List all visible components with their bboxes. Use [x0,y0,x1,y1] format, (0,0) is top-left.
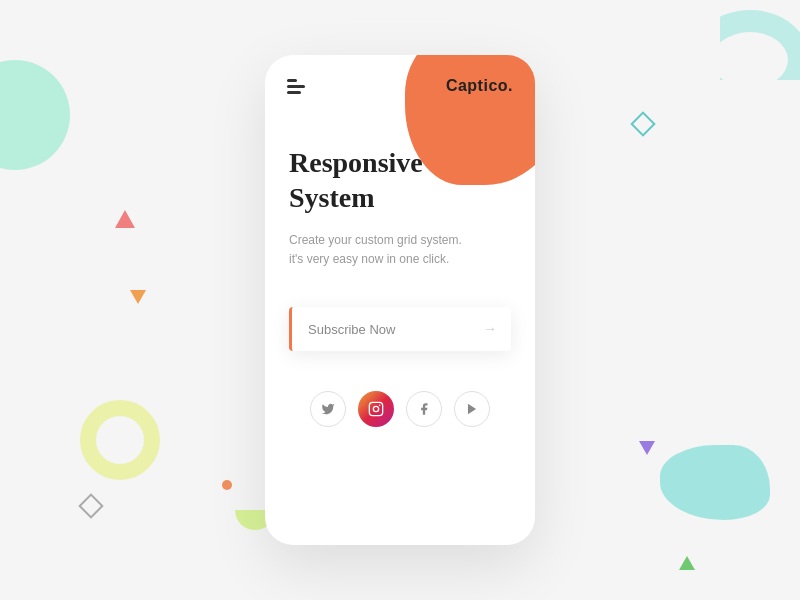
green-triangle-shape [679,556,695,570]
card-header: Captico. [265,55,535,95]
hero-subtitle: Create your custom grid system. it's ver… [289,231,462,269]
orange-triangle-shape [130,290,146,304]
svg-point-2 [379,405,381,407]
svg-marker-3 [468,404,476,415]
subtitle-line2: it's very easy now in one click. [289,252,449,266]
menu-icon[interactable] [287,79,305,94]
arrow-icon: → [483,321,497,337]
teal-arc-shape [690,10,800,110]
social-icons [289,391,511,427]
svg-point-1 [373,407,378,412]
teal-blob-shape [660,445,770,520]
instagram-button[interactable] [358,391,394,427]
card-content: Responsive System Create your custom gri… [265,95,535,545]
subscribe-box[interactable]: Subscribe Now → [289,307,511,351]
svg-rect-0 [369,403,382,416]
hero-title: Responsive System [289,145,511,215]
youtube-button[interactable] [454,391,490,427]
yellow-circle-shape [80,400,160,480]
orange-dot-shape [222,480,232,490]
pink-triangle-shape [115,210,135,228]
subscribe-label: Subscribe Now [308,322,483,337]
subtitle-line1: Create your custom grid system. [289,233,462,247]
twitter-button[interactable] [310,391,346,427]
logo: Captico. [446,77,513,95]
phone-card: Captico. Responsive System Create your c… [265,55,535,545]
gray-diamond-shape [78,493,103,518]
green-circle-shape [0,60,70,170]
facebook-button[interactable] [406,391,442,427]
purple-triangle-shape [639,441,655,455]
teal-diamond-shape [630,111,655,136]
